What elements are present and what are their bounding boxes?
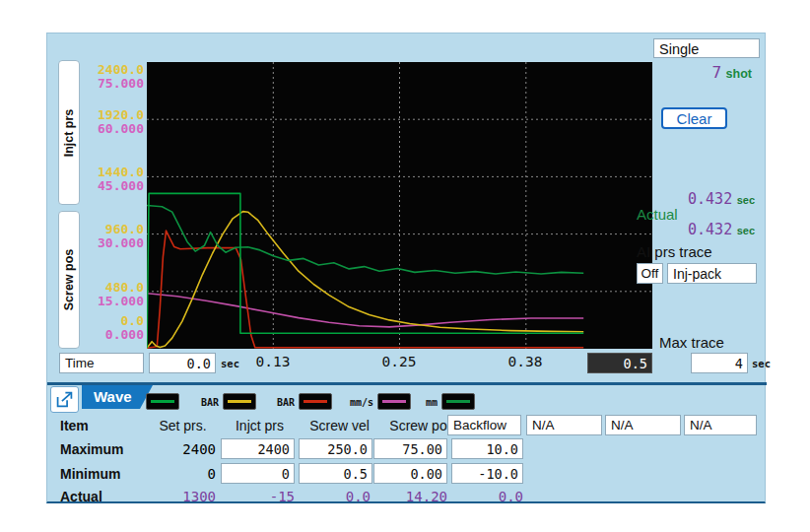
curve-set-prs- [147,193,583,348]
y-tick-pair: 1920.060.000 [67,108,144,135]
channel-select-na-2[interactable]: N/A [605,415,681,435]
actual-backflow: 0.0 [449,489,523,504]
minimum-screw-pos-input[interactable]: 0.00 [373,463,447,484]
y-tick-pair: 480.015.000 [67,281,144,307]
legend-unit: BAR [269,397,295,408]
y-tick-pair: 2400.075.000 [67,63,144,90]
minimum-set-prs: 0 [142,466,216,482]
minimum-row-label: Minimum [60,466,120,482]
max-trace-label: Max trace [659,334,724,351]
x-tick: 0.13 [243,354,303,369]
inj-pack-button[interactable]: Inj-pack [667,263,757,284]
legend-swatch-injct-prs [223,393,256,410]
max-trace-unit: sec [752,358,771,369]
tab-wave[interactable]: Wave [82,385,153,409]
export-icon [54,390,75,409]
waveform-chart [147,62,652,349]
legend-swatch-backflow [441,393,475,410]
legend-unit: mm/s [344,397,373,408]
shot-count-unit: shot [726,67,752,81]
column-screw-vel: Screw vel [302,418,377,433]
legend-swatch-set-prs [146,393,179,410]
y-tick-pair: 960.030.000 [67,223,144,249]
time-end-field[interactable]: 0.5 [587,353,652,373]
minimum-screw-vel-input[interactable]: 0.5 [299,463,372,484]
curve-injct-prs [147,212,583,349]
actual-row-label: Actual [60,489,102,504]
column-injct-prs: Injct prs [223,418,297,433]
legend-unit: BAR [193,397,219,408]
channel-select-na-3[interactable]: N/A [684,415,757,435]
actual-screw-pos: 14.20 [373,489,447,504]
section-divider [47,382,767,385]
maximum-screw-vel-input[interactable]: 250.0 [299,438,372,459]
shot-counter: 7 shot [639,63,752,82]
time-start-input[interactable]: 0.0 [149,353,216,373]
actual-screw-vel: 0.0 [297,489,371,504]
max-trace-input[interactable]: 4 [691,353,748,373]
item-row-label: Item [60,418,89,433]
waveform-svg [147,62,652,349]
ai-prs-trace-label: AI prs trace [637,243,712,260]
monitor-panel: Injct prs Screw pos 2400.075.000 1920.06… [46,33,766,503]
shot-count-value: 7 [712,63,722,82]
maximum-backflow-input[interactable]: 10.0 [451,438,523,459]
maximum-set-prs: 2400 [142,441,216,457]
channel-select-backflow[interactable]: Backflow [447,415,521,435]
legend-swatch-screw-pos [377,393,411,410]
waveform-curves [147,193,583,348]
maximum-row-label: Maximum [60,441,124,457]
elapsed-time-2: 0.432 sec [637,221,755,238]
maximum-screw-pos-input[interactable]: 75.00 [373,438,447,459]
actual-set-prs: 1300 [142,489,216,504]
time-start-unit: sec [221,358,239,369]
mode-select[interactable]: Single [653,38,760,58]
y-tick-pair: 1440.045.000 [67,166,144,192]
curve-screw-pos [147,294,583,327]
chart-gridlines [147,62,652,349]
x-tick: 0.38 [496,354,555,369]
time-axis-label[interactable]: Time [59,353,144,373]
minimum-backflow-input[interactable]: -10.0 [451,463,523,484]
x-tick: 0.25 [370,354,429,369]
clear-button[interactable]: Clear [661,107,727,129]
maximum-injct-prs-input[interactable]: 2400 [221,438,295,459]
actual-injct-prs: -15 [221,489,295,504]
legend-swatch-screw-vel [299,393,332,410]
channel-select-na-1[interactable]: N/A [526,415,602,435]
export-button[interactable] [50,386,79,413]
curve-backflow [147,206,583,275]
column-set-prs: Set prs. [146,418,220,433]
y-tick-pair: 0.00.000 [67,314,144,341]
legend-unit: mm [418,397,438,408]
ai-prs-off-button[interactable]: Off [637,263,663,284]
minimum-injct-prs-input[interactable]: 0 [221,463,295,484]
